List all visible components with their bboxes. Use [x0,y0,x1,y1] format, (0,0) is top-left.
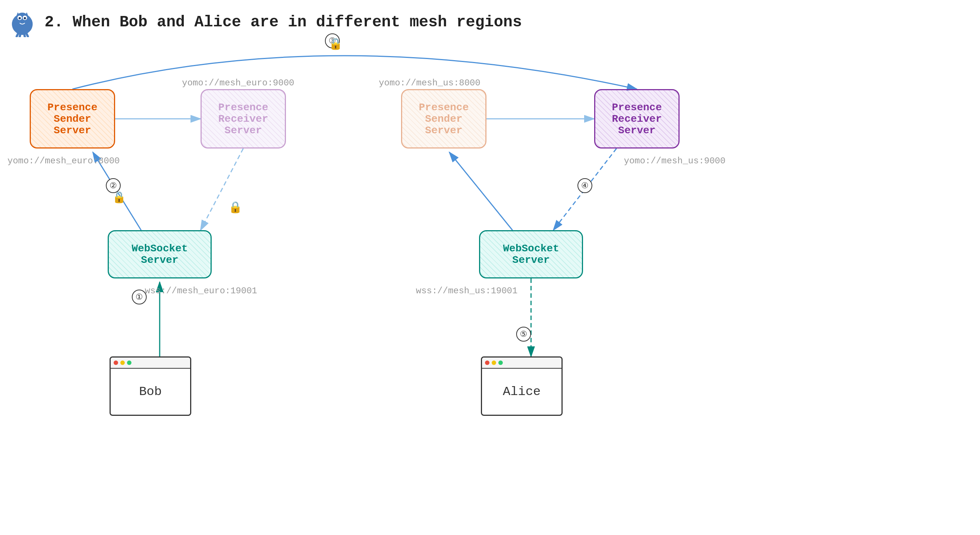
browser-bob: Bob [110,356,191,416]
lock-icon-receiver-euro: 🔒 [228,200,242,214]
browser-alice: Alice [481,356,563,416]
receiver-euro-label: Presence ReceiverServer [207,102,279,136]
dot-green-bob [127,360,132,365]
svg-line-14 [200,149,243,230]
step-1-circle: ① [132,290,147,305]
svg-point-4 [19,17,21,19]
bob-label: Bob [111,369,190,415]
websocket-us-url: wss://mesh_us:19001 [416,286,518,296]
receiver-euro-box: Presence ReceiverServer [200,89,286,149]
alice-browser-toolbar [482,357,562,369]
websocket-euro-label: WebSocket Server [115,243,205,266]
websocket-us-label: WebSocket Server [486,243,576,266]
monster-icon [8,8,37,37]
page-title: 2. When Bob and Alice are in different m… [45,13,522,31]
svg-point-5 [24,17,26,19]
lock-icon-2: 🔒 [112,191,126,204]
websocket-us-box: WebSocket Server [479,230,583,278]
websocket-euro-url: wss://mesh_euro:19001 [145,286,257,296]
sender-us-box: Presence SenderServer [401,89,487,149]
sender-us-url: yomo://mesh_us:8000 [379,78,480,88]
lock-icon-3: 🔒 [329,37,342,51]
receiver-us-box: Presence ReceiverServer [594,89,679,149]
page-container: 2. When Bob and Alice are in different m… [0,0,980,535]
step-5-circle: ⑤ [516,327,531,341]
receiver-us-label: Presence ReceiverServer [601,102,673,136]
svg-line-17 [449,152,512,230]
sender-euro-label: Presence SenderServer [37,102,108,136]
bob-browser-toolbar [111,357,190,369]
receiver-euro-url: yomo://mesh_euro:9000 [182,78,294,88]
dot-yellow-alice [492,360,496,365]
title-area: 2. When Bob and Alice are in different m… [8,8,522,37]
step-4-circle: ④ [578,178,592,193]
dot-green-alice [498,360,503,365]
websocket-euro-box: WebSocket Server [108,230,212,278]
sender-euro-url: yomo://mesh_euro:8000 [8,156,119,166]
dot-yellow-bob [120,360,125,365]
sender-euro-box: Presence SenderServer [30,89,115,149]
dot-red-alice [485,360,490,365]
receiver-us-url: yomo://mesh_us:9000 [624,156,725,166]
dot-red-bob [114,360,118,365]
sender-us-label: Presence SenderServer [408,102,480,136]
alice-label: Alice [482,369,562,415]
